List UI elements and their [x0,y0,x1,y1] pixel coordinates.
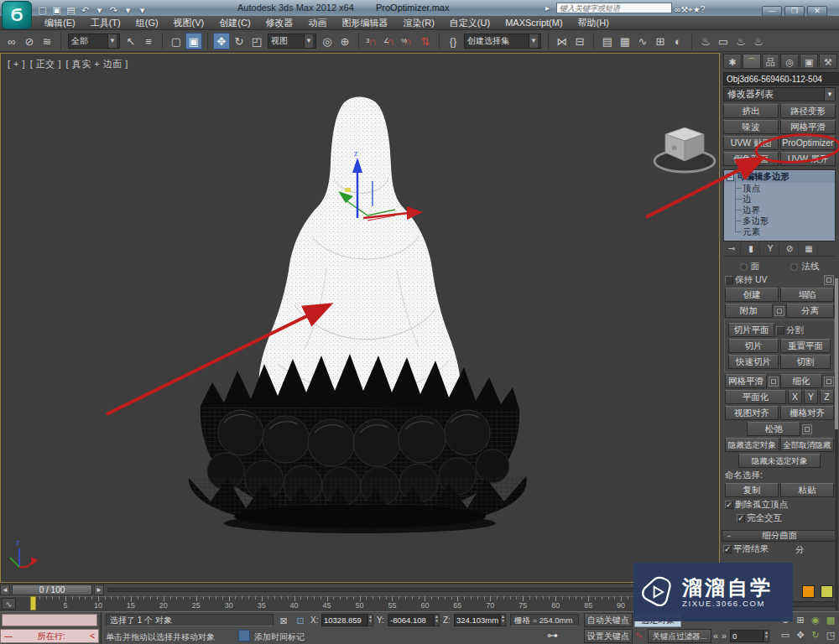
open-file-icon[interactable]: ▣ [50,4,64,17]
snap-toggle-3d-icon[interactable]: ∩3 [364,33,381,49]
configure-modifier-sets-icon[interactable]: ▦ [800,243,818,255]
tab-display[interactable]: ▣ [800,54,818,69]
mirror-icon[interactable]: ⋈ [554,33,571,49]
add-time-tag[interactable]: 添加时间标记 [254,631,305,643]
communication-wrench-icon[interactable]: ⚒ [680,5,688,14]
show-end-result-icon[interactable]: ▮ [743,243,760,255]
zoom-region-icon[interactable]: ▭ [779,628,792,641]
planar-x-button[interactable]: X [788,390,802,404]
menu-item-5[interactable]: 修改器 [258,16,301,29]
relax-button[interactable]: 松弛 [747,422,800,436]
tab-modify[interactable]: ⌒ [743,54,761,69]
toolbar-options-icon[interactable]: ▾ [135,4,149,17]
remove-modifier-icon[interactable]: ⊘ [781,243,799,255]
keep-uv-settings-icon[interactable] [824,275,834,285]
z-coordinate-field[interactable]: 324.103mm [454,614,500,626]
hide-unselected-button[interactable]: 隐藏未选定对象 [738,454,821,468]
gizmo-plane-handle[interactable] [345,188,351,192]
time-tag-icon[interactable] [238,630,250,641]
stack-subobject-0[interactable]: 顶点 [743,183,835,194]
undo-dropdown-icon[interactable]: ▾ [92,4,107,17]
modifier-button-prooptimizer[interactable]: ProOptimizer [780,136,836,150]
modifier-button-挤出[interactable]: 挤出 [723,104,779,118]
x-spinner[interactable]: ▲▼ [367,614,373,626]
modifier-button-uvw-贴图[interactable]: UVW 贴图 [723,136,779,150]
menu-item-3[interactable]: 视图(V) [166,16,212,29]
constraint-face-radio[interactable] [740,263,748,271]
modifier-button-uvw-展开[interactable]: UVW 展开 [780,152,836,166]
full-interactivity-checkbox[interactable]: ✓ [737,514,745,522]
menu-item-6[interactable]: 动画 [301,16,335,29]
copy-button[interactable]: 复制 [725,483,779,497]
y-coordinate-field[interactable]: -8064.108 [388,614,434,626]
smooth-result-checkbox[interactable]: ✓ [723,545,732,553]
render-iterative-icon[interactable]: ♨ [750,33,767,49]
zoom-extents-icon[interactable]: ◉ [809,613,822,626]
reference-coordinate-dropdown[interactable]: 视图▼ [268,34,316,49]
auto-key-button[interactable]: 自动关键点 [584,613,633,627]
tab-hierarchy[interactable]: 品 [762,54,780,69]
modifier-button-倒角剖面[interactable]: 倒角剖面 [723,152,779,166]
unhide-all-button[interactable]: 全部取消隐藏 [780,438,835,452]
grid-align-button[interactable]: 栅格对齐 [780,406,834,420]
save-file-icon[interactable]: ▤ [64,4,78,17]
planar-y-button[interactable]: Y [804,390,818,404]
cage-color-swatch-orange[interactable] [802,585,815,598]
reset-plane-button[interactable]: 重置平面 [780,339,831,353]
panel-scrollbar-thumb[interactable] [835,278,838,429]
lotus-pedestal[interactable] [189,354,527,528]
viewcube[interactable]: 前 [654,127,715,172]
go-to-end-icon[interactable]: » [720,629,728,642]
menu-item-11[interactable]: 帮助(H) [571,16,617,29]
select-by-name-icon[interactable]: ≡ [140,33,157,49]
subdivision-surface-rollout-header[interactable]: − 细分曲面 [722,530,837,542]
meshsmooth-button[interactable]: 网格平滑 [725,374,767,388]
cut-button[interactable]: 切割 [780,355,831,369]
time-slider-track[interactable] [107,588,717,592]
viewport[interactable]: [ + ] [ 正交 ] [ 真实 + 边面 ] [0,53,720,583]
menu-item-2[interactable]: 组(G) [128,16,166,29]
keep-uv-checkbox[interactable] [725,276,733,284]
rectangular-selection-region-icon[interactable]: ▢ [168,33,185,49]
use-pivot-point-icon[interactable]: ◎ [319,33,336,49]
make-planar-button[interactable]: 平面化 [725,390,786,404]
spinner-snap-icon[interactable]: ⇅ [417,33,434,49]
collapse-icon[interactable]: − [727,174,734,181]
open-mini-curve-editor-icon[interactable]: ∿ [2,598,16,610]
select-and-move-icon[interactable]: ✥ [213,33,230,49]
tab-create[interactable]: ✱ [723,54,742,69]
menu-item-9[interactable]: 自定义(U) [442,16,498,29]
hide-selected-button[interactable]: 隐藏选定对象 [725,438,779,452]
schematic-view-icon[interactable]: ⊞ [652,33,669,49]
menu-item-0[interactable]: 编辑(E) [37,16,83,29]
delete-isolated-vertices-checkbox[interactable]: ✓ [725,501,733,509]
modifier-button-路径变形[interactable]: 路径变形 [780,104,836,118]
time-slider-handle[interactable]: 0 / 100 [12,584,92,595]
meshsmooth-settings-icon[interactable] [769,377,779,387]
collapse-button[interactable]: 塌陷 [780,288,834,302]
constraint-normal-radio[interactable] [790,263,798,271]
orbit-icon[interactable]: ↻ [809,628,822,641]
render-setup-icon[interactable]: ♨ [697,33,714,49]
go-to-start-icon[interactable]: « [711,629,720,642]
relax-settings-icon[interactable] [802,424,812,434]
modifier-button-噪波[interactable]: 噪波 [723,120,779,134]
graphite-ribbon-icon[interactable]: ▦ [617,33,633,49]
tab-motion[interactable]: ◎ [780,54,799,69]
percent-snap-icon[interactable]: ∩% [399,33,416,49]
chevron-down-icon[interactable]: ▼ [529,34,538,48]
select-and-link-icon[interactable]: ∞ [3,33,20,49]
redo-dropdown-icon[interactable]: ▾ [121,4,135,17]
object-name-field[interactable] [723,72,839,86]
key-mode-icon[interactable]: ∿ [635,630,643,641]
collapse-icon[interactable]: − [727,532,731,540]
selection-lock-icon[interactable]: ⊠ [277,614,290,627]
stack-subobject-1[interactable]: 边 [743,194,835,205]
align-icon[interactable]: ⊟ [571,33,588,49]
set-key-button[interactable]: 设置关键点 [584,629,633,643]
view-align-button[interactable]: 视图对齐 [725,406,779,420]
pan-icon[interactable]: ✥ [794,628,807,641]
z-spinner[interactable]: ▲▼ [500,614,506,626]
slice-button[interactable]: 切片 [728,339,779,353]
zoom-all-icon[interactable]: ⊞ [794,613,807,626]
